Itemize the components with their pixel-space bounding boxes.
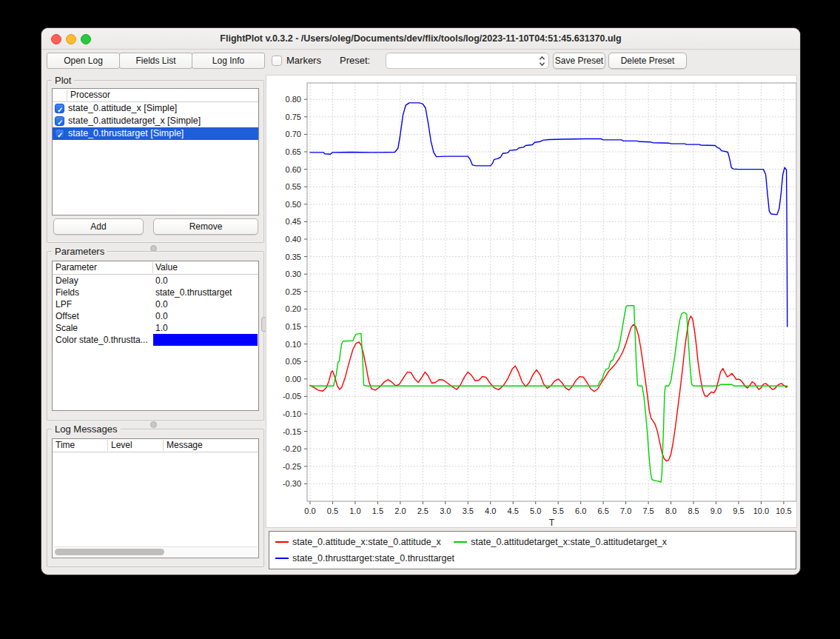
param-color-swatch[interactable] xyxy=(153,334,258,346)
legend-swatch xyxy=(275,558,289,559)
remove-button[interactable]: Remove xyxy=(153,218,258,235)
parameter-name: Delay xyxy=(56,275,78,287)
preset-select[interactable] xyxy=(386,53,549,69)
log-messages-table: Time Level Message xyxy=(52,438,259,558)
plot-row[interactable]: state_0.thrusttarget [Simple] xyxy=(53,127,258,140)
parameters-table: Parameter Value Delay 0.0 Fields state_0… xyxy=(52,261,259,411)
legend-label: state_0.attitude_x:state_0.attitude_x xyxy=(292,537,441,547)
column-header-time: Time xyxy=(56,439,75,452)
legend-label: state_0.attitudetarget_x:state_0.attitud… xyxy=(471,537,667,547)
screen: FlightPlot v.0.3.2 - /Users/oleg/Documen… xyxy=(0,0,840,639)
svg-text:0.15: 0.15 xyxy=(286,322,301,331)
svg-text:0.65: 0.65 xyxy=(286,147,301,156)
title-bar[interactable]: FlightPlot v.0.3.2 - /Users/oleg/Documen… xyxy=(41,28,800,50)
scrollbar-thumb[interactable] xyxy=(55,549,164,555)
svg-text:1.5: 1.5 xyxy=(372,506,383,515)
parameter-name: Scale xyxy=(56,322,78,334)
plot-group-title: Plot xyxy=(52,75,74,86)
preset-label: Preset: xyxy=(340,53,370,69)
svg-text:7.5: 7.5 xyxy=(642,506,653,515)
parameter-name: LPF xyxy=(56,298,72,310)
open-log-button[interactable]: Open Log xyxy=(47,53,120,69)
legend-swatch xyxy=(275,541,289,543)
chart-panel: 0.00.51.01.52.02.53.03.54.04.55.05.56.06… xyxy=(266,75,797,528)
svg-text:4.5: 4.5 xyxy=(508,506,519,515)
parameter-name: Color state_0.thrustta... xyxy=(56,334,148,346)
svg-text:0.75: 0.75 xyxy=(286,113,301,121)
parameter-row[interactable]: Delay 0.0 xyxy=(53,275,258,287)
svg-text:10.0: 10.0 xyxy=(753,506,769,515)
svg-text:0.60: 0.60 xyxy=(286,165,301,174)
svg-text:T: T xyxy=(549,518,555,527)
toolbar: Open Log Fields List Log Info Markers Pr… xyxy=(41,50,800,72)
plot-item-checkbox[interactable] xyxy=(55,104,64,113)
log-messages-group: Log Messages Time Level Message xyxy=(47,429,264,567)
save-preset-button[interactable]: Save Preset xyxy=(553,53,605,69)
plot-row[interactable]: state_0.attitudetarget_x [Simple] xyxy=(53,115,258,127)
svg-text:-0.30: -0.30 xyxy=(283,479,301,488)
delete-preset-button[interactable]: Delete Preset xyxy=(608,53,687,69)
parameter-name: Fields xyxy=(56,287,79,298)
svg-text:7.0: 7.0 xyxy=(620,506,631,515)
svg-text:0.10: 0.10 xyxy=(286,340,301,349)
svg-text:3.0: 3.0 xyxy=(440,506,451,515)
legend-label: state_0.thrusttarget:state_0.thrusttarge… xyxy=(292,553,454,563)
svg-text:-0.10: -0.10 xyxy=(283,409,301,418)
column-header-message: Message xyxy=(167,439,203,452)
svg-text:0.25: 0.25 xyxy=(286,287,301,296)
svg-text:-0.20: -0.20 xyxy=(283,444,301,453)
plot-item-label: state_0.attitudetarget_x [Simple] xyxy=(68,115,201,127)
svg-text:8.0: 8.0 xyxy=(665,506,676,515)
svg-text:0.45: 0.45 xyxy=(286,217,301,226)
plot-table: Processor state_0.attitude_x [Simple] st… xyxy=(52,88,259,215)
splitter-handle-bottom[interactable] xyxy=(150,421,157,428)
svg-text:-0.15: -0.15 xyxy=(283,427,301,436)
legend-item: state_0.attitudetarget_x:state_0.attitud… xyxy=(454,534,667,550)
svg-text:0.55: 0.55 xyxy=(286,182,301,191)
chart-legend: state_0.attitude_x:state_0.attitude_x st… xyxy=(269,531,796,569)
flightplot-window: FlightPlot v.0.3.2 - /Users/oleg/Documen… xyxy=(41,27,801,575)
combo-stepper-icon xyxy=(539,56,545,70)
svg-text:0.20: 0.20 xyxy=(286,304,301,313)
svg-text:0.40: 0.40 xyxy=(286,235,301,244)
plot-item-label: state_0.thrusttarget [Simple] xyxy=(68,127,184,140)
plot-item-checkbox[interactable] xyxy=(55,129,64,138)
svg-text:0.00: 0.00 xyxy=(286,375,301,384)
horizontal-scrollbar[interactable] xyxy=(53,546,258,557)
fields-list-button[interactable]: Fields List xyxy=(119,53,192,69)
plot-row[interactable]: state_0.attitude_x [Simple] xyxy=(53,102,258,115)
window-title: FlightPlot v.0.3.2 - /Users/oleg/Documen… xyxy=(41,28,800,49)
column-header-level: Level xyxy=(111,439,132,452)
plot-item-checkbox[interactable] xyxy=(55,116,64,126)
svg-text:3.5: 3.5 xyxy=(463,506,474,515)
flight-chart[interactable]: 0.00.51.01.52.02.53.03.54.04.55.05.56.06… xyxy=(266,76,796,527)
svg-text:0.35: 0.35 xyxy=(286,252,301,261)
parameter-value[interactable]: 0.0 xyxy=(155,298,168,310)
svg-text:0.05: 0.05 xyxy=(286,357,301,366)
parameter-row[interactable]: Offset 0.0 xyxy=(53,310,258,322)
parameter-row[interactable]: LPF 0.0 xyxy=(53,298,258,310)
parameters-group: Parameters Parameter Value Delay 0.0 Fie… xyxy=(47,251,264,421)
column-header-parameter: Parameter xyxy=(56,261,97,274)
parameter-row[interactable]: Color state_0.thrustta... xyxy=(53,334,258,346)
parameter-row[interactable]: Fields state_0.thrusttarget xyxy=(53,287,258,298)
log-table-header: Time Level Message xyxy=(53,439,258,452)
svg-text:2.5: 2.5 xyxy=(417,506,429,515)
svg-text:5.5: 5.5 xyxy=(553,506,564,515)
column-header-value: Value xyxy=(155,261,178,274)
parameter-value[interactable]: 0.0 xyxy=(155,310,168,322)
svg-text:0.50: 0.50 xyxy=(286,200,301,209)
markers-label: Markers xyxy=(286,53,321,69)
parameter-value[interactable]: state_0.thrusttarget xyxy=(155,287,232,298)
svg-text:5.0: 5.0 xyxy=(530,506,541,515)
markers-checkbox[interactable] xyxy=(272,56,282,66)
log-info-button[interactable]: Log Info xyxy=(192,53,265,69)
svg-text:0.5: 0.5 xyxy=(327,506,338,515)
svg-text:9.5: 9.5 xyxy=(733,506,744,515)
plot-table-header: Processor xyxy=(53,89,258,102)
parameter-row[interactable]: Scale 1.0 xyxy=(53,322,258,334)
parameter-value[interactable]: 1.0 xyxy=(155,322,168,334)
svg-text:-0.25: -0.25 xyxy=(283,462,301,471)
add-button[interactable]: Add xyxy=(53,218,144,235)
parameter-value[interactable]: 0.0 xyxy=(155,275,168,287)
